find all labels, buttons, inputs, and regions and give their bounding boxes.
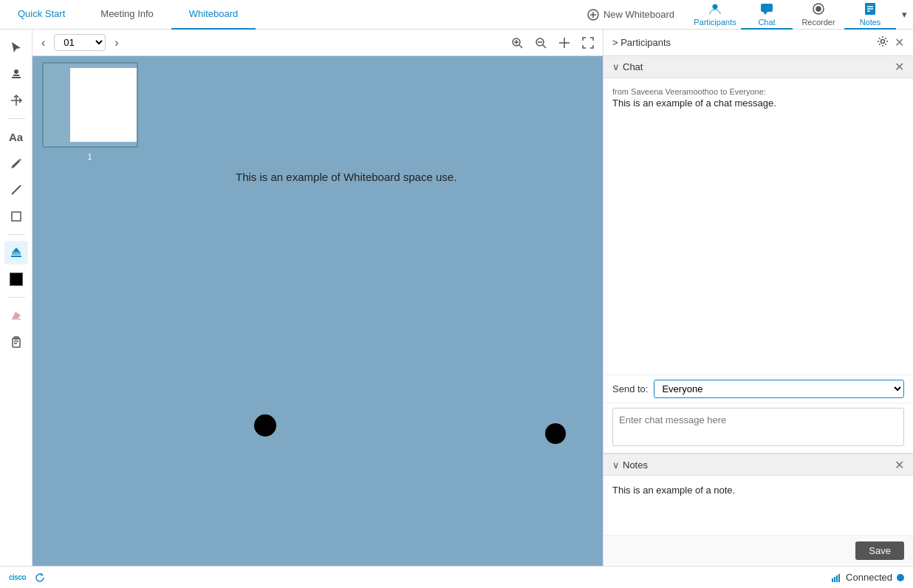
nav-tabs: Quick Start Meeting Info Whiteboard bbox=[0, 0, 578, 30]
chat-section-header: ∨ Chat ✕ bbox=[603, 56, 913, 78]
whiteboard-canvas-wrapper: 1 This is an example of Whiteboard space… bbox=[33, 56, 603, 566]
wb-prev-button[interactable]: ‹ bbox=[38, 35, 48, 51]
send-to-select[interactable]: Everyone bbox=[654, 380, 904, 398]
svg-line-33 bbox=[543, 45, 546, 48]
whiteboard-dot-1 bbox=[254, 414, 276, 437]
svg-rect-24 bbox=[13, 338, 20, 347]
notes-collapse-icon[interactable]: ∨ bbox=[612, 459, 620, 471]
wb-zoom-out-button[interactable] bbox=[532, 34, 550, 52]
svg-marker-21 bbox=[13, 247, 20, 252]
svg-rect-14 bbox=[12, 77, 21, 78]
tab-quick-start[interactable]: Quick Start bbox=[0, 0, 83, 30]
line-tool-button[interactable] bbox=[4, 178, 28, 202]
tab-whiteboard[interactable]: Whiteboard bbox=[171, 0, 256, 30]
svg-rect-38 bbox=[832, 578, 833, 582]
svg-rect-40 bbox=[836, 575, 838, 582]
svg-rect-39 bbox=[834, 577, 835, 582]
send-to-label: Send to: bbox=[612, 383, 648, 394]
whiteboard-toolbar: ‹ 01 › bbox=[33, 30, 603, 56]
stamp-icon bbox=[10, 67, 23, 81]
svg-rect-19 bbox=[12, 252, 21, 255]
chat-section: ∨ Chat ✕ from Saveena Veeramoothoo to Ev… bbox=[603, 56, 913, 454]
nav-icon-chat[interactable]: Chat bbox=[741, 0, 793, 30]
eraser-tool-button[interactable] bbox=[4, 304, 28, 327]
fullscreen-icon bbox=[582, 37, 594, 49]
wb-fullscreen-button[interactable] bbox=[579, 34, 597, 52]
zoom-out-icon bbox=[535, 37, 547, 49]
wb-next-button[interactable]: › bbox=[112, 35, 121, 51]
refresh-button[interactable] bbox=[32, 570, 48, 586]
left-toolbar: Aa bbox=[0, 30, 33, 566]
wb-zoom-in-button[interactable] bbox=[508, 34, 526, 52]
fit-icon bbox=[558, 37, 570, 49]
wb-page-select[interactable]: 01 bbox=[54, 34, 106, 51]
svg-rect-41 bbox=[838, 574, 840, 582]
notes-content: This is an example of a note. bbox=[603, 476, 913, 535]
shape-tool-button[interactable] bbox=[4, 205, 28, 228]
status-dot bbox=[897, 574, 904, 581]
cisco-logo: cisco bbox=[9, 573, 26, 581]
right-panel: > Participants ✕ ∨ Chat ✕ from Saveena V… bbox=[603, 30, 913, 566]
notes-section: ∨ Notes ✕ This is an example of a note. bbox=[603, 454, 913, 535]
notes-text: This is an example of a note. bbox=[612, 485, 735, 496]
wb-fit-button[interactable] bbox=[555, 34, 573, 52]
color-tool-button[interactable] bbox=[4, 267, 28, 291]
save-button[interactable]: Save bbox=[855, 541, 904, 560]
status-right: Connected bbox=[831, 572, 904, 583]
whiteboard-text: This is an example of Whiteboard space u… bbox=[236, 171, 456, 183]
chat-input[interactable] bbox=[612, 408, 904, 446]
nav-icon-recorder[interactable]: Recorder bbox=[793, 0, 844, 30]
color-box bbox=[10, 273, 23, 286]
tab-meeting-info[interactable]: Meeting Info bbox=[83, 0, 171, 30]
move-tool-button[interactable] bbox=[4, 89, 28, 112]
svg-point-37 bbox=[881, 39, 885, 43]
chat-icon bbox=[759, 1, 774, 16]
toolbar-divider-3 bbox=[7, 297, 25, 298]
top-nav: Quick Start Meeting Info Whiteboard New … bbox=[0, 0, 913, 30]
new-whiteboard-action: New Whiteboard bbox=[578, 6, 689, 24]
whiteboard-dot-2 bbox=[545, 423, 566, 444]
recorder-icon bbox=[811, 1, 826, 16]
slide-number: 1 bbox=[87, 152, 92, 161]
zoom-in-icon bbox=[511, 37, 523, 49]
pen-tool-button[interactable] bbox=[4, 151, 28, 175]
nav-icon-buttons: Participants Chat Recorder bbox=[689, 0, 913, 30]
paste-tool-button[interactable] bbox=[4, 330, 28, 354]
close-participants-button[interactable]: ✕ bbox=[895, 35, 904, 49]
toolbar-divider-2 bbox=[7, 234, 25, 235]
status-bar: cisco Connected bbox=[0, 566, 913, 588]
slide-panel: 1 bbox=[33, 56, 147, 566]
nav-icon-notes[interactable]: Notes bbox=[844, 0, 896, 30]
slide-thumbnail-1[interactable] bbox=[42, 62, 138, 148]
arrow-icon bbox=[10, 94, 23, 107]
settings-icon bbox=[877, 35, 889, 47]
status-connected-label: Connected bbox=[846, 572, 892, 583]
chat-collapse-icon[interactable]: ∨ bbox=[612, 61, 620, 72]
line-icon bbox=[10, 183, 23, 196]
notes-section-title: Notes bbox=[623, 459, 895, 471]
stamp-tool-button[interactable] bbox=[4, 62, 28, 86]
nav-icon-participants[interactable]: Participants bbox=[689, 0, 741, 30]
participants-header: > Participants ✕ bbox=[603, 30, 913, 56]
svg-marker-22 bbox=[12, 312, 21, 319]
eraser-icon bbox=[10, 309, 23, 322]
pointer-icon bbox=[10, 41, 23, 54]
svg-rect-18 bbox=[12, 212, 21, 221]
nav-more-button[interactable]: ▾ bbox=[896, 9, 913, 20]
highlight-tool-button[interactable] bbox=[4, 241, 28, 264]
slide-thumb-inner bbox=[70, 68, 137, 142]
settings-button[interactable] bbox=[877, 35, 889, 50]
notes-icon bbox=[863, 1, 878, 16]
text-icon: Aa bbox=[9, 131, 23, 143]
close-notes-button[interactable]: ✕ bbox=[895, 458, 904, 472]
whiteboard-canvas[interactable]: This is an example of Whiteboard space u… bbox=[147, 56, 603, 566]
svg-line-29 bbox=[519, 45, 522, 48]
clipboard-icon bbox=[10, 335, 23, 349]
toolbar-divider-1 bbox=[7, 118, 25, 119]
new-whiteboard-button[interactable]: New Whiteboard bbox=[578, 6, 683, 24]
pointer-tool-button[interactable] bbox=[4, 35, 28, 59]
svg-point-3 bbox=[713, 4, 718, 9]
save-row: Save bbox=[603, 535, 913, 566]
text-tool-button[interactable]: Aa bbox=[4, 125, 28, 148]
close-chat-button[interactable]: ✕ bbox=[895, 60, 904, 74]
